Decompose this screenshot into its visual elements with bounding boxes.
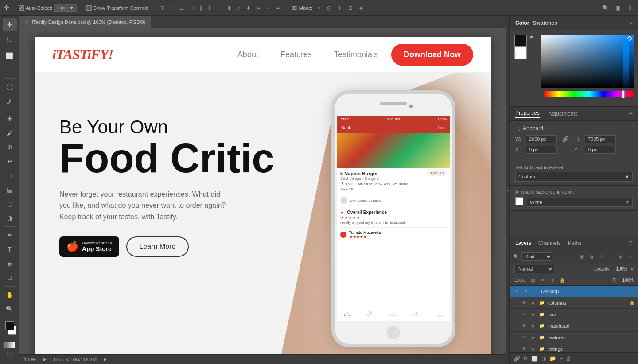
tab-close-icon[interactable]: ✕ — [25, 19, 28, 24]
color-panel-menu-icon[interactable]: ≡ — [630, 20, 633, 25]
filter-toggle[interactable]: ● — [626, 253, 634, 261]
align-center-icon[interactable]: ∥ — [197, 4, 206, 12]
bg-color-dropdown[interactable]: White ▼ — [527, 198, 633, 207]
distribute-v-icon[interactable]: ↔ — [264, 4, 272, 12]
phone-tab-search[interactable]: 🔍Search — [366, 311, 374, 317]
document-tab[interactable]: ✕ iTastify Design Done.psd @ 100% (Deskt… — [19, 16, 151, 28]
height-input[interactable] — [585, 135, 616, 143]
layer-item-columns[interactable]: 👁 ▶ 📁 columns 🔒 — [510, 297, 638, 309]
search-icon[interactable]: 🔍 — [601, 4, 610, 12]
distribute-left-icon[interactable]: ⬅ — [254, 4, 263, 12]
paths-tab[interactable]: Paths — [568, 240, 582, 246]
visibility-eye-desktop[interactable]: 👁 — [514, 288, 521, 295]
expand-features[interactable]: ▶ — [530, 335, 536, 340]
clone-tool-btn[interactable]: ⊕ — [3, 140, 17, 154]
filter-adj-icon[interactable]: ◑ — [587, 253, 595, 261]
visibility-eye-nav[interactable]: 👁 — [521, 311, 528, 318]
shape-tool-btn[interactable]: □ — [3, 271, 17, 284]
phone-edit-btn[interactable]: Edit — [438, 125, 446, 130]
align-middle-icon[interactable]: ≡ — [167, 4, 176, 12]
layers-menu-icon[interactable]: ≡ — [629, 239, 633, 247]
layers-tab[interactable]: Layers — [515, 240, 531, 246]
delete-layer-icon[interactable]: 🗑 — [566, 356, 572, 362]
app-store-button[interactable]: 🍎 Download on the App Store — [59, 236, 119, 257]
phone-tab-home[interactable]: ⌂Home — [344, 311, 351, 317]
hue-cursor[interactable] — [622, 90, 625, 98]
learn-more-button[interactable]: Learn More — [126, 236, 189, 257]
distribute-right-icon[interactable]: ➡ — [273, 4, 282, 12]
hue-strip[interactable] — [544, 91, 634, 97]
nav-features[interactable]: Features — [280, 50, 312, 59]
blend-mode-select[interactable]: Normal — [514, 265, 554, 273]
nav-testimonials[interactable]: Testimonials — [334, 50, 378, 59]
expand-ratings[interactable]: ▶ — [530, 346, 536, 352]
bg-color-swatch[interactable] — [515, 197, 523, 205]
3d-roll-icon[interactable]: ◎ — [325, 4, 334, 12]
visibility-eye-ratings[interactable]: 👁 — [521, 345, 528, 352]
properties-tab[interactable]: Properties — [515, 110, 540, 118]
phone-tab-itastify[interactable]: +iTastify — [389, 311, 397, 317]
add-style-icon[interactable]: fx — [524, 356, 528, 362]
marquee-tool-btn[interactable]: ⬜ — [3, 49, 17, 62]
swap-colors-icon[interactable]: ⇄ — [530, 35, 533, 39]
alpha-strip[interactable] — [623, 39, 629, 92]
healing-tool-btn[interactable]: ✚ — [3, 112, 17, 125]
3d-rotate-icon[interactable]: ○ — [314, 4, 323, 12]
phone-tab-about[interactable]: ⓘAbout — [436, 310, 443, 317]
move-tool-btn[interactable]: ✛ — [3, 18, 17, 31]
fill-value[interactable]: 100% — [622, 278, 634, 283]
move-tool[interactable]: ✛ — [4, 4, 9, 12]
filter-shape-icon[interactable]: □ — [607, 253, 615, 261]
blur-tool-btn[interactable]: ◌ — [3, 197, 17, 210]
panel-collapse-handle[interactable] — [506, 16, 510, 364]
channels-tab[interactable]: Channels — [538, 240, 561, 246]
visibility-eye-columns[interactable]: 👁 — [521, 299, 528, 306]
layer-dropdown[interactable]: Layer ▼ — [54, 4, 77, 12]
phone-tab-gallery[interactable]: ▣Gallery — [412, 311, 421, 317]
layers-kind-select[interactable]: Kind — [521, 252, 552, 261]
screen-mode-btn[interactable]: ⬛ — [3, 349, 17, 362]
expand-nav[interactable]: ▶ — [530, 312, 536, 317]
opacity-value[interactable]: 100% — [614, 267, 627, 271]
download-now-button[interactable]: Download Now — [391, 44, 473, 66]
align-right-icon[interactable]: ⊢ — [206, 4, 215, 12]
3d-scale-icon[interactable]: ◈ — [357, 4, 366, 12]
dodge-tool-btn[interactable]: ◑ — [3, 211, 17, 225]
color-tab[interactable]: Color — [515, 20, 529, 26]
align-bottom-icon[interactable]: ⊥ — [177, 4, 186, 12]
3d-slide-icon[interactable]: ⊞ — [346, 4, 355, 12]
crop-tool-btn[interactable]: ⛶ — [3, 81, 17, 94]
new-group-icon[interactable]: 📁 — [549, 356, 556, 362]
filter-type-icon[interactable]: T — [597, 253, 605, 261]
y-input[interactable] — [585, 146, 616, 154]
eyedropper-tool-btn[interactable]: 🖊 — [3, 95, 17, 108]
opacity-arrow[interactable]: ▶ — [631, 267, 634, 271]
layer-item-masthead[interactable]: 👁 ▶ 📁 masthead — [510, 320, 638, 332]
show-transform-checkbox[interactable] — [86, 5, 92, 11]
color-gradient-picker[interactable] — [541, 35, 634, 88]
distribute-top-icon[interactable]: ⬆ — [225, 4, 233, 12]
link-layers-icon[interactable]: 🔗 — [514, 356, 520, 362]
quick-mask-btn[interactable] — [4, 342, 15, 348]
distribute-bottom-icon[interactable]: ⬇ — [244, 4, 253, 12]
eraser-tool-btn[interactable]: ◻ — [3, 169, 17, 182]
preset-dropdown[interactable]: Custom ▼ — [515, 172, 633, 182]
lock-all-icon[interactable]: 🔒 — [559, 277, 566, 284]
auto-select-checkbox[interactable] — [19, 5, 24, 11]
layer-item-features[interactable]: 👁 ▶ 📁 features — [510, 332, 638, 343]
artboard-tool-btn[interactable]: ⬚ — [3, 32, 17, 45]
expand-columns[interactable]: ▶ — [530, 300, 536, 306]
lock-pixels-icon[interactable]: ▦ — [529, 277, 537, 284]
expand-masthead[interactable]: ▶ — [530, 323, 536, 329]
layer-item-desktop[interactable]: 👁 ▼ ⬚ Desktop — [510, 286, 638, 297]
path-selection-tool-btn[interactable]: ◈ — [3, 257, 17, 270]
pen-tool-btn[interactable]: ✒ — [3, 228, 17, 242]
zoom-tool-btn[interactable]: 🔍 — [3, 302, 17, 316]
share-icon[interactable]: ⬆ — [626, 4, 634, 12]
lasso-tool-btn[interactable]: ⌒ — [3, 63, 17, 77]
canvas-viewport[interactable]: iTASTiFY! About Features Testimonials Do… — [19, 28, 506, 354]
visibility-eye-masthead[interactable]: 👁 — [521, 322, 528, 329]
swatches-tab[interactable]: Swatches — [533, 20, 557, 26]
foreground-color[interactable] — [5, 321, 14, 330]
filter-pixel-icon[interactable]: ▣ — [578, 253, 586, 261]
